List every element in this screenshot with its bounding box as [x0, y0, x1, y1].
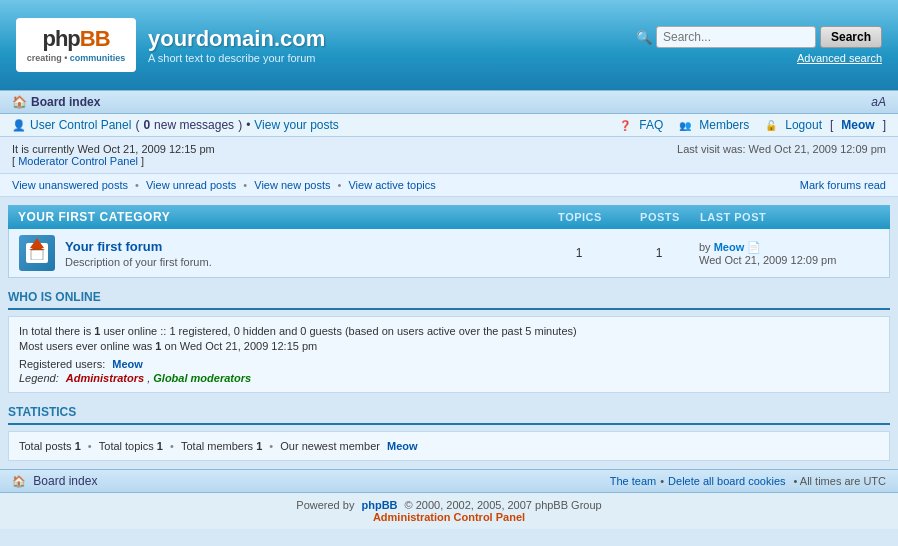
header: phpBB creating • communities yourdomain.…: [0, 0, 898, 90]
stats-section: STATISTICS Total posts 1 • Total topics …: [8, 401, 890, 461]
online-count: 1: [94, 325, 100, 337]
who-online-line1: In total there is 1 user online :: 1 reg…: [19, 325, 879, 337]
admin-legend-link[interactable]: Administrators: [66, 372, 144, 384]
site-subtitle: A short text to describe your forum: [148, 52, 325, 64]
advanced-search-link[interactable]: Advanced search: [797, 52, 882, 64]
new-messages-count: 0: [143, 118, 150, 132]
members-link[interactable]: Members: [699, 118, 749, 132]
last-post-by-label: by: [699, 241, 711, 253]
view-posts-link[interactable]: View your posts: [254, 118, 339, 132]
search-input[interactable]: [656, 26, 816, 48]
footer-board-index-link[interactable]: Board index: [33, 474, 97, 488]
user-icon: 👤: [12, 119, 26, 132]
svg-marker-1: [29, 246, 45, 250]
total-members-value: 1: [256, 440, 262, 452]
meow-link[interactable]: Meow: [841, 118, 874, 132]
bracket-close: ]: [141, 155, 144, 167]
mark-read-link[interactable]: Mark forums read: [800, 179, 886, 191]
last-visit: Last visit was: Wed Oct 21, 2009 12:09 p…: [677, 143, 886, 155]
unanswered-link[interactable]: View unanswered posts: [12, 179, 128, 191]
stats-header: STATISTICS: [8, 401, 890, 425]
copyright-text: © 2000, 2002, 2005, 2007 phpBB Group: [405, 499, 602, 511]
footer-all-times: • All times are UTC: [794, 475, 886, 487]
team-link[interactable]: The team: [610, 475, 656, 487]
last-post-user-link[interactable]: Meow: [714, 241, 748, 253]
logo-area: phpBB creating • communities yourdomain.…: [16, 18, 325, 71]
stats-body: Total posts 1 • Total topics 1 • Total m…: [8, 431, 890, 461]
footer-breadcrumb: 🏠 Board index: [12, 474, 97, 488]
search-row: 🔍 Search: [636, 26, 882, 48]
footer-links: The team • Delete all board cookies • Al…: [610, 475, 886, 487]
mod-legend-link[interactable]: Global moderators: [153, 372, 251, 384]
max-online-count: 1: [155, 340, 161, 352]
col-last-post-header: LAST POST: [700, 211, 880, 223]
who-online-body: In total there is 1 user online :: 1 reg…: [8, 316, 890, 393]
bullet4: •: [338, 179, 345, 191]
unread-link[interactable]: View unread posts: [146, 179, 236, 191]
last-post-info: by Meow 📄 Wed Oct 21, 2009 12:09 pm: [699, 241, 879, 266]
col-headers: TOPICS POSTS LAST POST: [540, 211, 880, 223]
search-button[interactable]: Search: [820, 26, 882, 48]
separator: ): [238, 118, 242, 132]
bullet3: •: [243, 179, 250, 191]
forum-description: Description of your first forum.: [65, 256, 539, 268]
logo-box: phpBB creating • communities: [16, 18, 136, 71]
total-members-label: Total members: [181, 440, 253, 452]
forum-name-link[interactable]: Your first forum: [65, 239, 162, 254]
site-title: yourdomain.com A short text to describe …: [148, 26, 325, 64]
forum-info: Your first forum Description of your fir…: [65, 239, 539, 268]
powered-by-text: Powered by: [296, 499, 354, 511]
info-row: It is currently Wed Oct 21, 2009 12:15 p…: [0, 137, 898, 174]
svg-rect-0: [31, 250, 43, 260]
forum-section: YOUR FIRST CATEGORY TOPICS POSTS LAST PO…: [8, 205, 890, 278]
user-bar: 👤 User Control Panel ( 0 new messages ) …: [0, 114, 898, 137]
mark-read: Mark forums read: [800, 179, 886, 191]
board-index-link[interactable]: Board index: [31, 95, 100, 109]
members-icon: 👥: [679, 120, 691, 131]
total-posts-value: 1: [75, 440, 81, 452]
moderator-panel-link[interactable]: Moderator Control Panel: [18, 155, 138, 167]
current-time: It is currently Wed Oct 21, 2009 12:15 p…: [12, 143, 215, 155]
forum-icon: [19, 235, 55, 271]
new-messages-text: new messages: [154, 118, 234, 132]
info-left: It is currently Wed Oct 21, 2009 12:15 p…: [12, 143, 215, 167]
col-posts-header: POSTS: [620, 211, 700, 223]
logo-php: phpBB: [42, 26, 109, 52]
who-online-section: WHO IS ONLINE In total there is 1 user o…: [8, 286, 890, 393]
last-post-time: Wed Oct 21, 2009 12:09 pm: [699, 254, 836, 266]
footer-bottom: Powered by phpBB © 2000, 2002, 2005, 200…: [0, 493, 898, 529]
sep4: ]: [883, 118, 886, 132]
breadcrumb: 🏠 Board index: [12, 95, 100, 109]
faq-icon: ❓: [619, 120, 631, 131]
admin-panel-link[interactable]: Administration Control Panel: [373, 511, 525, 523]
newest-member-link[interactable]: Meow: [387, 440, 418, 452]
ucp-link[interactable]: User Control Panel: [30, 118, 131, 132]
category-header: YOUR FIRST CATEGORY TOPICS POSTS LAST PO…: [8, 205, 890, 229]
phpbb-link[interactable]: phpBB: [361, 499, 397, 511]
home-icon: 🏠: [12, 95, 27, 109]
user-links: 👤 User Control Panel ( 0 new messages ) …: [12, 118, 339, 132]
search-icon: 🔍: [636, 30, 652, 45]
new-posts-link[interactable]: View new posts: [254, 179, 330, 191]
logout-link[interactable]: Logout: [785, 118, 822, 132]
newest-member-label: Our newest member: [280, 440, 380, 452]
faq-link[interactable]: FAQ: [639, 118, 663, 132]
forum-row: Your first forum Description of your fir…: [8, 229, 890, 278]
nav-bar: 🏠 Board index aA: [0, 90, 898, 114]
delete-cookies-link[interactable]: Delete all board cookies: [668, 475, 785, 487]
forum-topics-count: 1: [539, 246, 619, 260]
font-size-control[interactable]: aA: [871, 95, 886, 109]
bullet1: •: [246, 118, 250, 132]
site-name: yourdomain.com: [148, 26, 325, 52]
who-online-legend: Legend: Administrators , Global moderato…: [19, 372, 879, 384]
who-online-header: WHO IS ONLINE: [8, 286, 890, 310]
sep3: [: [830, 118, 833, 132]
active-topics-link[interactable]: View active topics: [348, 179, 435, 191]
search-area: 🔍 Search Advanced search: [636, 26, 882, 64]
forum-posts-count: 1: [619, 246, 699, 260]
category-name: YOUR FIRST CATEGORY: [18, 210, 170, 224]
registered-user-link[interactable]: Meow: [112, 358, 143, 370]
forum-icon-inner: [26, 243, 48, 263]
footer-sep1: •: [660, 475, 664, 487]
quick-links-left: View unanswered posts • View unread post…: [12, 179, 436, 191]
